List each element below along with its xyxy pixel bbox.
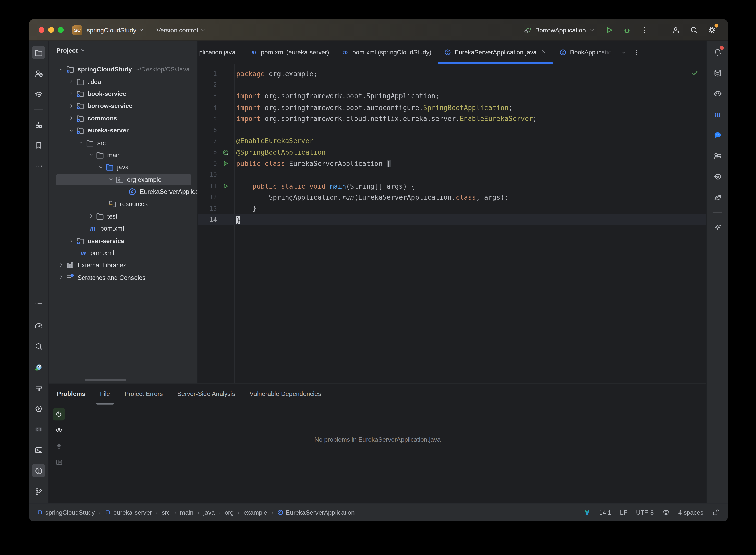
courses-button[interactable]	[32, 87, 45, 101]
more-icon	[35, 162, 43, 170]
toggle-inspections-button[interactable]	[53, 408, 65, 421]
run-targets-button[interactable]	[711, 170, 724, 183]
problems-tool-button[interactable]	[32, 464, 45, 477]
center-column: Project springCloudStudy~/Desktop/CS/Jav…	[49, 41, 707, 503]
maven-tool-button[interactable]: m	[711, 108, 724, 121]
ai-actions-button[interactable]	[711, 221, 724, 234]
editor-tab-plication-java[interactable]: plication.java	[197, 41, 244, 64]
close-icon[interactable]	[541, 49, 547, 56]
project-panel-header[interactable]: Project	[49, 41, 197, 59]
indent-style[interactable]: 4 spaces	[678, 509, 703, 516]
tree-item-user-service[interactable]: user-service	[49, 234, 197, 247]
breadcrumb-src[interactable]: src	[162, 509, 170, 516]
more-tool-windows-button[interactable]	[32, 159, 45, 173]
tree-item-external-libraries[interactable]: External Libraries	[49, 259, 197, 271]
runFilled-icon[interactable]	[222, 160, 229, 167]
code-snippets-button[interactable]	[32, 423, 45, 436]
search-everywhere-button[interactable]	[688, 24, 700, 36]
version-control-tool-button[interactable]	[32, 484, 45, 498]
tree-item-borrow-service[interactable]: borrow-service	[49, 100, 197, 112]
close-window-button[interactable]	[39, 27, 44, 33]
build-tool-button[interactable]	[32, 381, 45, 394]
tree-item-idea[interactable]: .idea	[49, 75, 197, 88]
code-editor[interactable]: 1package org.example;23import org.spring…	[197, 64, 706, 383]
breadcrumb-eureka-server[interactable]: eureka-server	[105, 509, 152, 516]
tree-item-eurekaserverapplication-java[interactable]: CEurekaServerApplication.java	[49, 185, 197, 198]
tree-item-pom-xml[interactable]: mpom.xml	[49, 222, 197, 234]
tree-item-test[interactable]: test	[49, 210, 197, 222]
tree-item-pom-xml[interactable]: mpom.xml	[49, 247, 197, 259]
bookmarks-tool-button[interactable]	[32, 138, 45, 152]
line-separator[interactable]: LF	[620, 509, 627, 516]
tree-item-java[interactable]: java	[49, 161, 197, 173]
view-options-button[interactable]	[53, 424, 65, 436]
database-tool-button[interactable]	[711, 66, 724, 80]
find-tool-button[interactable]	[32, 340, 45, 353]
tree-item-scratches-and-consoles[interactable]: Scratches and Consoles	[49, 271, 197, 284]
caret-position[interactable]: 14:1	[599, 509, 611, 516]
notifications-button[interactable]	[711, 45, 724, 59]
vcs-widget[interactable]: Version control	[157, 26, 206, 34]
problems-tab-server-side-analysis[interactable]: Server-Side Analysis	[177, 384, 235, 403]
problems-tab-file[interactable]: File	[100, 384, 110, 403]
minimize-window-button[interactable]	[48, 27, 54, 33]
layout-settings-button[interactable]	[53, 456, 65, 468]
problems-tab-vulnerable-dependencies[interactable]: Vulnerable Dependencies	[250, 384, 321, 403]
breadcrumb-eurekaserverapplication[interactable]: CEurekaServerApplication	[277, 509, 355, 516]
tree-item-resources[interactable]: resources	[49, 198, 197, 210]
services-tool-button[interactable]	[32, 402, 45, 415]
horizontal-scrollbar[interactable]	[85, 379, 126, 381]
runOutline-icon[interactable]	[222, 182, 229, 189]
ai-assistant-tool-button[interactable]	[711, 87, 724, 100]
tree-item-label: main	[107, 152, 121, 159]
editor-tab-eurekaserverapplication-java[interactable]: CEurekaServerApplication.java	[438, 41, 553, 64]
breadcrumb-java[interactable]: java	[204, 509, 215, 516]
code-with-me-button[interactable]	[711, 149, 724, 163]
chat-tool-button[interactable]	[711, 128, 724, 142]
editor-tab-bookapplicatio[interactable]: CBookApplicatio	[553, 41, 618, 64]
breadcrumb-springcloudstudy[interactable]: springCloudStudy	[37, 509, 95, 516]
problems-tab-project-errors[interactable]: Project Errors	[125, 384, 163, 403]
tree-item-eureka-server[interactable]: eureka-server	[49, 124, 197, 137]
learner-profile-button[interactable]: ?	[32, 67, 45, 80]
more-actions-button[interactable]	[639, 24, 650, 36]
project-widget[interactable]: springCloudStudy	[87, 26, 144, 34]
tree-item-src[interactable]: src	[49, 137, 197, 149]
search-icon	[690, 26, 698, 34]
project-tool-button[interactable]	[32, 46, 45, 59]
editor-tab-pom-xml-springcloudstudy[interactable]: mpom.xml (springCloudStudy)	[336, 41, 438, 64]
run-configuration-selector[interactable]: BorrowApplication	[524, 26, 595, 34]
tree-item-book-service[interactable]: book-service	[49, 88, 197, 100]
breadcrumb-org[interactable]: org	[225, 509, 234, 516]
springGutter-icon[interactable]	[222, 149, 229, 156]
breadcrumb-example[interactable]: example	[243, 509, 267, 516]
tree-item-commons[interactable]: commons	[49, 112, 197, 124]
v-plugin-icon[interactable]	[583, 509, 590, 516]
terminal-icon	[35, 446, 43, 454]
settings-button[interactable]	[706, 24, 717, 36]
terminal-tool-button[interactable]	[32, 443, 45, 457]
line-number: 4	[197, 104, 217, 111]
project-badge[interactable]: SC	[72, 25, 82, 35]
profiler-tool-button[interactable]	[32, 319, 45, 332]
zoom-window-button[interactable]	[58, 27, 64, 33]
spring-tool-button[interactable]	[711, 190, 724, 204]
tree-item-main[interactable]: main	[49, 149, 197, 161]
tree-item-springcloudstudy[interactable]: springCloudStudy~/Desktop/CS/Java	[49, 63, 197, 75]
structure-tool-button[interactable]	[32, 118, 45, 131]
hidden-tabs-button[interactable]	[618, 41, 630, 64]
editor-tab-pom-xml-eureka-server[interactable]: mpom.xml (eureka-server)	[244, 41, 336, 64]
plugin-status-icon[interactable]	[662, 509, 669, 516]
breadcrumb-main[interactable]: main	[180, 509, 193, 516]
editor-tab-label: EurekaServerApplication.java	[454, 49, 537, 56]
add-user-button[interactable]	[670, 24, 682, 36]
debug-button[interactable]	[621, 24, 632, 36]
tab-options-button[interactable]	[630, 41, 643, 64]
tree-item-org-example[interactable]: org.example	[49, 173, 197, 185]
inspections-ok-icon[interactable]	[691, 69, 699, 77]
run-button[interactable]	[603, 24, 615, 36]
file-encoding[interactable]: UTF-8	[636, 509, 654, 516]
readonly-toggle[interactable]	[712, 509, 719, 516]
todo-tool-button[interactable]	[32, 298, 45, 311]
plugin-mascot-button[interactable]	[32, 360, 45, 374]
